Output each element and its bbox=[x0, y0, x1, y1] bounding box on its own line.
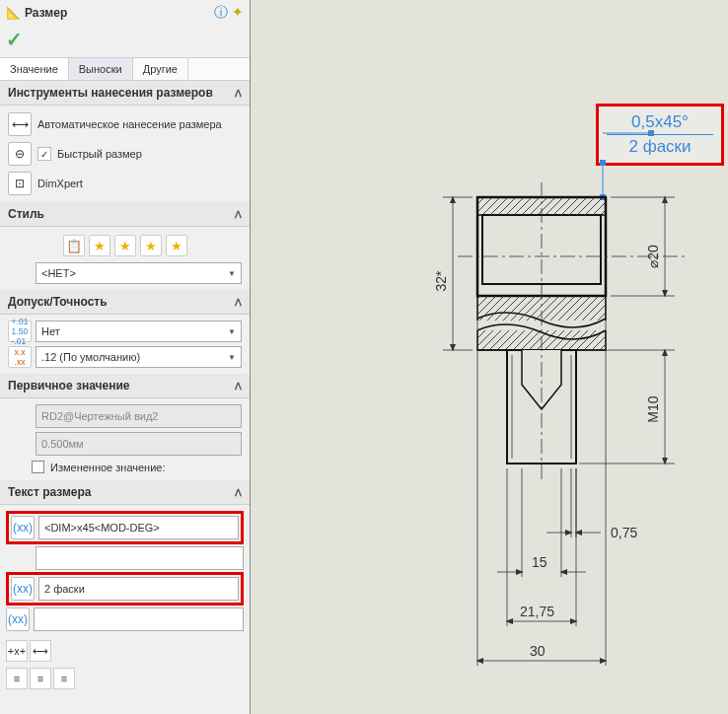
dim-m10: M10 bbox=[645, 395, 661, 422]
text-above-icon[interactable]: (xx) bbox=[11, 516, 35, 539]
primary-section-header[interactable]: Первичное значение ᐱ bbox=[0, 374, 250, 398]
tolerance-type-select[interactable]: Нет ▼ bbox=[36, 321, 242, 342]
auto-dim-icon[interactable]: ⟷ bbox=[8, 112, 32, 136]
text-toolbar-2: ≡ ≡ ≡ bbox=[0, 665, 250, 692]
tolerance-type-icon: +.011.50-.01 bbox=[8, 321, 32, 342]
text-below-icon[interactable]: (xx) bbox=[11, 577, 35, 601]
style-btn-4[interactable]: ★ bbox=[140, 235, 162, 256]
text-section-title: Текст размера bbox=[8, 485, 92, 499]
panel-header: 📐 Размер ⓘ ✦ bbox=[0, 0, 250, 26]
tab-other[interactable]: Другие bbox=[133, 58, 188, 80]
precision-select[interactable]: .12 (По умолчанию) ▼ bbox=[36, 346, 242, 368]
justify-btn-1[interactable]: +x+ bbox=[6, 640, 28, 662]
style-btn-1[interactable]: 📋 bbox=[63, 235, 85, 256]
precision-value: .12 (По умолчанию) bbox=[41, 351, 140, 363]
changed-value-checkbox[interactable] bbox=[32, 461, 44, 473]
property-panel: 📐 Размер ⓘ ✦ ✓ Значение Выноски Другие И… bbox=[0, 0, 251, 714]
chevron-down-icon: ▼ bbox=[228, 327, 236, 336]
callout-highlight: 0,5x45° 2 фаски bbox=[596, 104, 724, 166]
tools-section-header[interactable]: Инструменты нанесения размеров ᐱ bbox=[0, 81, 250, 106]
style-select[interactable]: <НЕТ> ▼ bbox=[36, 262, 242, 284]
precision-icon: x.x.xx bbox=[8, 346, 32, 368]
style-btn-2[interactable]: ★ bbox=[89, 235, 110, 256]
collapse-icon[interactable]: ᐱ bbox=[235, 297, 242, 308]
collapse-icon[interactable]: ᐱ bbox=[235, 88, 242, 99]
help-icon[interactable]: ⓘ bbox=[214, 4, 228, 22]
callout-line-1: 0,5x45° bbox=[607, 110, 713, 135]
style-section-header[interactable]: Стиль ᐱ bbox=[0, 202, 250, 227]
chevron-down-icon: ▼ bbox=[228, 269, 236, 278]
style-select-value: <НЕТ> bbox=[41, 267, 76, 279]
quick-dim-label: Быстрый размер bbox=[57, 148, 142, 160]
callout-line-2: 2 фаски bbox=[607, 135, 713, 159]
dim-text-extra-input[interactable] bbox=[34, 607, 244, 631]
tab-leaders[interactable]: Выноски bbox=[69, 58, 133, 80]
dim-d20: ⌀20 bbox=[645, 245, 661, 268]
dim-30: 30 bbox=[530, 643, 546, 659]
align-center-btn[interactable]: ≡ bbox=[30, 668, 51, 689]
pin-icon[interactable]: ✦ bbox=[232, 4, 244, 22]
text-toolbar-1: +x+ ⟷ bbox=[0, 637, 250, 665]
panel-title: Размер bbox=[25, 6, 214, 20]
dim-text-below-input[interactable] bbox=[38, 577, 239, 601]
align-left-btn[interactable]: ≡ bbox=[6, 668, 28, 689]
chevron-down-icon: ▼ bbox=[228, 353, 236, 362]
highlight-box-1: (xx) bbox=[6, 511, 244, 544]
quick-dim-checkbox[interactable]: ✓ bbox=[37, 147, 51, 161]
dimxpert-icon[interactable]: ⊡ bbox=[8, 172, 32, 195]
text-section-header[interactable]: Текст размера ᐱ bbox=[0, 480, 250, 505]
dim-2175: 21,75 bbox=[520, 604, 554, 619]
dim-15: 15 bbox=[532, 554, 547, 570]
dim-text-above-input[interactable] bbox=[38, 516, 239, 539]
justify-btn-2[interactable]: ⟷ bbox=[30, 640, 51, 662]
tabs: Значение Выноски Другие bbox=[0, 57, 250, 81]
style-btn-5[interactable]: ★ bbox=[166, 235, 187, 256]
collapse-icon[interactable]: ᐱ bbox=[235, 209, 242, 220]
text-extra-icon[interactable]: (xx) bbox=[6, 607, 30, 631]
quick-dim-tool-icon[interactable]: ⊖ bbox=[8, 142, 32, 166]
tolerance-value: Нет bbox=[41, 325, 60, 337]
dim-value-field bbox=[36, 432, 242, 456]
drawing-canvas[interactable]: 0,5x45° 2 фаски bbox=[251, 0, 728, 714]
dim-text-mid-input[interactable] bbox=[36, 546, 244, 570]
align-right-btn[interactable]: ≡ bbox=[53, 668, 75, 689]
highlight-box-2: (xx) bbox=[6, 572, 244, 606]
tools-section-title: Инструменты нанесения размеров bbox=[8, 86, 213, 100]
drawing-view: ⌀20 32* M10 0,75 15 bbox=[423, 187, 719, 680]
collapse-icon[interactable]: ᐱ bbox=[235, 381, 242, 392]
primary-section-title: Первичное значение bbox=[8, 379, 129, 393]
tab-value[interactable]: Значение bbox=[0, 58, 69, 80]
collapse-icon[interactable]: ᐱ bbox=[235, 487, 242, 498]
tolerance-section-header[interactable]: Допуск/Точность ᐱ bbox=[0, 290, 250, 315]
dimxpert-label: DimXpert bbox=[37, 178, 83, 189]
changed-value-label: Измененное значение: bbox=[50, 462, 166, 473]
confirm-icon[interactable]: ✓ bbox=[6, 29, 23, 50]
style-section-title: Стиль bbox=[8, 207, 44, 221]
dim-name-field bbox=[36, 404, 242, 428]
dim-32: 32* bbox=[433, 270, 449, 292]
style-btn-3[interactable]: ★ bbox=[114, 235, 136, 256]
svg-rect-1 bbox=[600, 160, 606, 166]
confirm-row: ✓ bbox=[0, 26, 250, 57]
tolerance-section-title: Допуск/Точность bbox=[8, 295, 108, 309]
dimension-icon: 📐 bbox=[6, 6, 21, 20]
dim-075: 0,75 bbox=[611, 525, 637, 540]
auto-dim-label: Автоматическое нанесение размера bbox=[37, 118, 222, 130]
